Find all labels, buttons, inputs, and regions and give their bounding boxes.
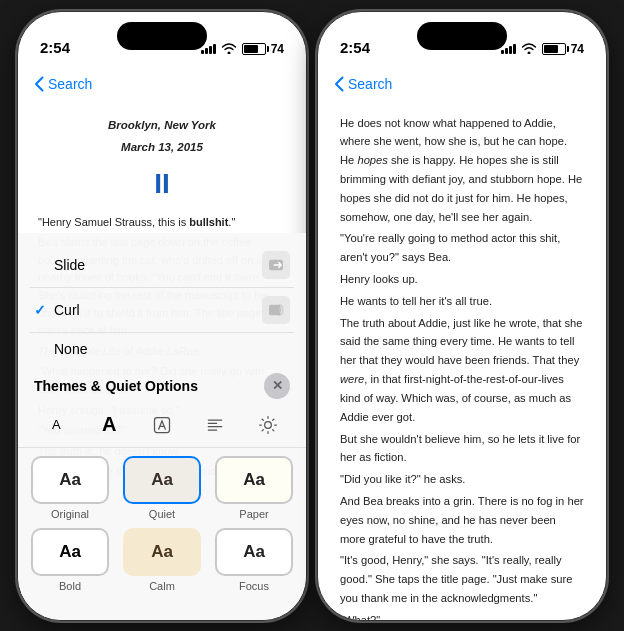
battery-icon-left bbox=[242, 43, 266, 55]
wifi-icon-right bbox=[521, 42, 537, 56]
book-date: March 13, 2015 bbox=[38, 138, 286, 157]
book-location: Brooklyn, New York bbox=[38, 116, 286, 135]
phones-container: 2:54 74 bbox=[0, 0, 624, 631]
status-icons-left: 74 bbox=[201, 42, 284, 56]
slide-icon bbox=[262, 251, 290, 279]
status-time-right: 2:54 bbox=[340, 39, 370, 56]
theme-grid: Aa Original Aa Quiet Aa Paper bbox=[18, 456, 306, 600]
theme-preview-quiet: Aa bbox=[123, 456, 201, 504]
left-phone: 2:54 74 bbox=[17, 11, 307, 621]
close-button[interactable]: ✕ bbox=[264, 373, 290, 399]
layout-button[interactable] bbox=[197, 409, 233, 441]
theme-preview-focus: Aa bbox=[215, 528, 293, 576]
quiet-options-label: Quiet Options bbox=[105, 378, 198, 394]
svg-point-3 bbox=[264, 421, 271, 428]
overlay-panel: Slide ✓ Curl bbox=[18, 233, 306, 620]
theme-label-focus: Focus bbox=[239, 580, 269, 592]
font-style-button[interactable] bbox=[144, 409, 180, 441]
book-content-right: He does not know what happened to Addie,… bbox=[318, 106, 606, 620]
font-small-button[interactable]: A bbox=[38, 409, 74, 441]
none-label: None bbox=[54, 341, 262, 357]
theme-label-paper: Paper bbox=[239, 508, 268, 520]
dynamic-island-right bbox=[417, 22, 507, 50]
themes-title-group: Themes & Quiet Options bbox=[34, 377, 198, 395]
toolbar-row: A A bbox=[18, 403, 306, 448]
wifi-icon-left bbox=[221, 42, 237, 56]
curl-check: ✓ bbox=[34, 302, 54, 318]
theme-quiet[interactable]: Aa Quiet bbox=[120, 456, 204, 520]
themes-title: Themes & bbox=[34, 378, 101, 394]
status-icons-right: 74 bbox=[501, 42, 584, 56]
nav-bar-left: Search bbox=[18, 62, 306, 106]
nav-bar-right: Search bbox=[318, 62, 606, 106]
book-text-right: He does not know what happened to Addie,… bbox=[340, 114, 584, 620]
transition-options: Slide ✓ Curl bbox=[18, 243, 306, 365]
right-phone: 2:54 74 bbox=[317, 11, 607, 621]
theme-bold[interactable]: Aa Bold bbox=[28, 528, 112, 592]
back-button-left[interactable]: Search bbox=[34, 76, 92, 92]
themes-header: Themes & Quiet Options ✕ bbox=[18, 367, 306, 403]
theme-paper[interactable]: Aa Paper bbox=[212, 456, 296, 520]
transition-slide[interactable]: Slide bbox=[30, 243, 294, 288]
brightness-button[interactable] bbox=[250, 409, 286, 441]
theme-calm[interactable]: Aa Calm bbox=[120, 528, 204, 592]
font-large-button[interactable]: A bbox=[91, 409, 127, 441]
status-time-left: 2:54 bbox=[40, 39, 70, 56]
theme-original[interactable]: Aa Original bbox=[28, 456, 112, 520]
theme-focus[interactable]: Aa Focus bbox=[212, 528, 296, 592]
transition-none[interactable]: None bbox=[30, 333, 294, 365]
transition-curl[interactable]: ✓ Curl bbox=[30, 288, 294, 333]
svg-rect-1 bbox=[269, 304, 281, 315]
curl-label: Curl bbox=[54, 302, 262, 318]
back-button-right[interactable]: Search bbox=[334, 76, 392, 92]
theme-preview-calm: Aa bbox=[123, 528, 201, 576]
theme-preview-bold: Aa bbox=[31, 528, 109, 576]
curl-icon bbox=[262, 296, 290, 324]
theme-label-original: Original bbox=[51, 508, 89, 520]
theme-label-bold: Bold bbox=[59, 580, 81, 592]
book-chapter: II bbox=[38, 161, 286, 207]
theme-label-calm: Calm bbox=[149, 580, 175, 592]
slide-label: Slide bbox=[54, 257, 262, 273]
dynamic-island-left bbox=[117, 22, 207, 50]
battery-level-right: 74 bbox=[571, 42, 584, 56]
theme-label-quiet: Quiet bbox=[149, 508, 175, 520]
battery-level-left: 74 bbox=[271, 42, 284, 56]
theme-preview-paper: Aa bbox=[215, 456, 293, 504]
theme-preview-original: Aa bbox=[31, 456, 109, 504]
battery-icon-right bbox=[542, 43, 566, 55]
